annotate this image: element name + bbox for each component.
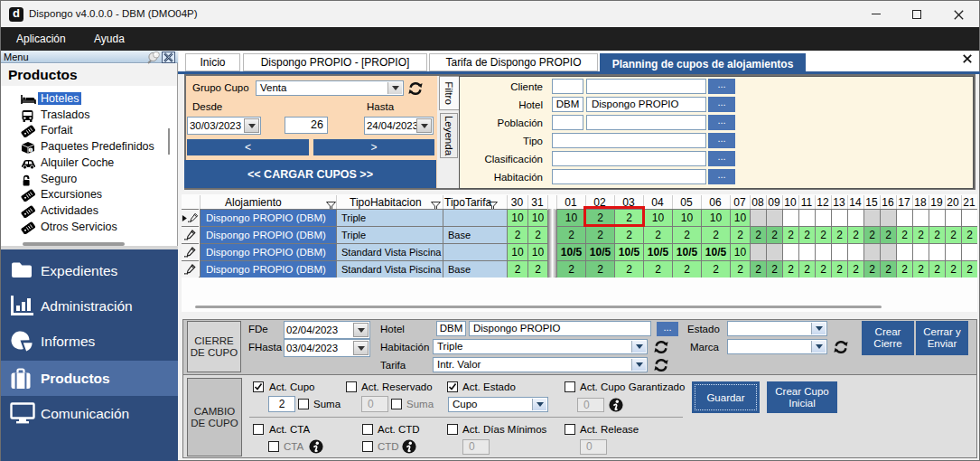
svg-text:i: i bbox=[31, 148, 32, 153]
